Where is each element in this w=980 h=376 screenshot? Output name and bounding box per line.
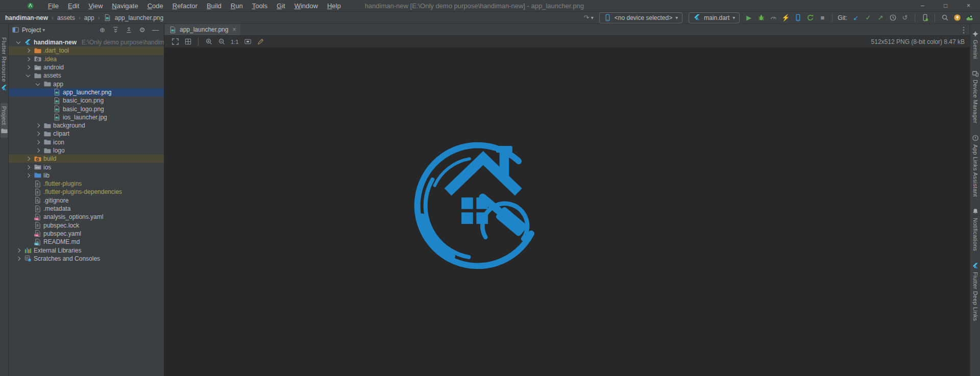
tree-expand-icon[interactable] bbox=[24, 58, 31, 61]
tree-item-dart-tool[interactable]: .dart_tool bbox=[9, 46, 164, 55]
sync-icon[interactable]: ↷ bbox=[581, 13, 592, 23]
devtools-device-button[interactable] bbox=[792, 13, 803, 23]
tree-item-android[interactable]: android bbox=[9, 63, 164, 71]
tree-item-flutter-plugins-dependencies[interactable]: .flutter-plugins-dependencies bbox=[9, 188, 164, 196]
stripe-tab-device-manager[interactable]: Device Manager bbox=[972, 68, 979, 126]
menu-code[interactable]: Code bbox=[143, 2, 168, 10]
tree-expand-icon[interactable] bbox=[15, 257, 21, 260]
avatar[interactable] bbox=[964, 13, 975, 23]
breadcrumb-item-app[interactable]: app bbox=[84, 14, 94, 21]
menu-navigate[interactable]: Navigate bbox=[107, 2, 142, 10]
tree-item-pubspec-lock[interactable]: pubspec.lock bbox=[9, 221, 164, 230]
tree-item-external-libraries[interactable]: External Libraries bbox=[9, 246, 164, 254]
tree-item-metadata[interactable]: .metadata bbox=[9, 205, 164, 213]
zoom-in-icon[interactable] bbox=[203, 37, 214, 47]
tree-item-build[interactable]: build bbox=[9, 155, 164, 163]
menu-file[interactable]: File bbox=[43, 2, 63, 10]
tree-item-icon[interactable]: icon bbox=[9, 138, 164, 146]
profiler-button[interactable] bbox=[768, 13, 779, 23]
tree-item-app[interactable]: app bbox=[9, 80, 164, 88]
hot-restart-button[interactable] bbox=[804, 13, 816, 23]
menu-build[interactable]: Build bbox=[202, 2, 226, 10]
tree-item-basic-icon-png[interactable]: basic_icon.png bbox=[9, 96, 164, 105]
tree-item-idea[interactable]: .idea bbox=[9, 55, 164, 63]
tree-item-flutter-plugins[interactable]: .flutter-plugins bbox=[9, 180, 164, 188]
grid-toggle-icon[interactable] bbox=[182, 37, 193, 47]
menu-run[interactable]: Run bbox=[226, 2, 248, 10]
tree-item-assets[interactable]: assets bbox=[9, 71, 164, 80]
chevron-down-icon[interactable]: ▾ bbox=[591, 15, 594, 20]
tree-expand-icon[interactable] bbox=[34, 124, 41, 127]
running-devices-button[interactable] bbox=[919, 13, 930, 23]
tree-item-basic-logo-png[interactable]: basic_logo.png bbox=[9, 105, 164, 113]
tree-expand-icon[interactable] bbox=[34, 149, 41, 152]
tree-item-lib[interactable]: lib bbox=[9, 171, 164, 180]
tree-expand-icon[interactable] bbox=[34, 132, 41, 135]
tree-item-readme-md[interactable]: MDREADME.md bbox=[9, 238, 164, 246]
fit-window-icon[interactable] bbox=[242, 37, 253, 47]
history-button[interactable] bbox=[887, 13, 898, 23]
tree-item-handiman-new[interactable]: handiman-newE:\Only demo purpose\handima… bbox=[9, 38, 164, 46]
tree-expand-icon[interactable] bbox=[34, 141, 41, 144]
fit-content-icon[interactable] bbox=[169, 37, 181, 47]
stop-button[interactable]: ■ bbox=[817, 13, 828, 23]
tree-expand-icon[interactable] bbox=[24, 66, 31, 69]
tab-app-launcher-png[interactable]: app_launcher.png × bbox=[164, 24, 240, 35]
hot-reload-button[interactable]: ⚡ bbox=[780, 13, 791, 23]
minimize-button[interactable]: – bbox=[911, 0, 934, 11]
menu-tools[interactable]: Tools bbox=[248, 2, 272, 10]
menu-edit[interactable]: Edit bbox=[63, 2, 84, 10]
tree-item-app-launcher-png[interactable]: app_launcher.png bbox=[9, 88, 164, 96]
settings-button[interactable]: ⚙ bbox=[137, 25, 148, 35]
menu-git[interactable]: Git bbox=[272, 2, 290, 10]
menu-view[interactable]: View bbox=[84, 2, 107, 10]
locate-file-button[interactable]: ⊕ bbox=[97, 25, 108, 35]
tree-item-clipart[interactable]: clipart bbox=[9, 130, 164, 138]
tree-item-background[interactable]: background bbox=[9, 121, 164, 130]
tab-options-icon[interactable]: ⋮ bbox=[958, 24, 970, 35]
stripe-tab-project[interactable]: Project bbox=[1, 103, 8, 138]
breadcrumb-item-handiman-new[interactable]: handiman-new bbox=[5, 14, 48, 21]
hide-panel-button[interactable]: — bbox=[150, 25, 161, 35]
collapse-all-button[interactable] bbox=[124, 25, 134, 35]
close-button[interactable]: × bbox=[957, 0, 980, 11]
menu-help[interactable]: Help bbox=[323, 2, 346, 10]
tree-item-analysis-options-yaml[interactable]: YMLanalysis_options.yaml bbox=[9, 213, 164, 221]
zoom-actual-size-button[interactable]: 1:1 bbox=[229, 39, 240, 45]
stripe-tab-notifications[interactable]: Notifications bbox=[972, 206, 979, 253]
git-push-button[interactable]: ↗ bbox=[875, 13, 886, 23]
tree-expand-icon[interactable] bbox=[24, 166, 31, 169]
stripe-tab-gemini[interactable]: Gemini bbox=[972, 28, 979, 61]
run-button[interactable]: ▶ bbox=[743, 13, 754, 23]
breadcrumb-item-app-launcher-png[interactable]: app_launcher.png bbox=[115, 14, 163, 21]
zoom-out-icon[interactable] bbox=[216, 37, 227, 47]
tree-expand-icon[interactable] bbox=[24, 174, 31, 177]
chevron-down-icon[interactable]: ▾ bbox=[42, 27, 45, 33]
stripe-tab-flutter-deep-links[interactable]: Flutter Deep Links bbox=[972, 260, 979, 323]
git-commit-button[interactable]: ✓ bbox=[863, 13, 874, 23]
tree-item-logo[interactable]: logo bbox=[9, 146, 164, 155]
debug-button[interactable] bbox=[755, 13, 767, 23]
maximize-button[interactable]: □ bbox=[934, 0, 957, 11]
run-config-selector[interactable]: main.dart ▾ bbox=[689, 12, 740, 23]
project-panel-title[interactable]: Project bbox=[22, 27, 41, 34]
update-available-button[interactable] bbox=[951, 13, 963, 23]
tree-expand-icon[interactable] bbox=[24, 157, 31, 160]
tree-item-pubspec-yaml[interactable]: YMLpubspec.yaml bbox=[9, 230, 164, 238]
tree-expand-icon[interactable] bbox=[24, 49, 31, 52]
menu-window[interactable]: Window bbox=[290, 2, 323, 10]
tree-expand-icon[interactable] bbox=[15, 249, 21, 252]
rollback-button[interactable]: ↺ bbox=[899, 13, 911, 23]
tab-close-icon[interactable]: × bbox=[232, 26, 236, 33]
tree-collapse-icon[interactable] bbox=[24, 74, 31, 77]
tree-collapse-icon[interactable] bbox=[15, 41, 21, 43]
git-update-button[interactable]: ↙ bbox=[850, 13, 862, 23]
tree-collapse-icon[interactable] bbox=[34, 83, 41, 85]
stripe-tab-flutter-resource[interactable]: Flutter Resource bbox=[1, 34, 8, 95]
breadcrumb-item-assets[interactable]: assets bbox=[57, 14, 75, 21]
search-everywhere-button[interactable] bbox=[939, 13, 950, 23]
tree-item-ios-launcher-jpg[interactable]: ios_launcher.jpg bbox=[9, 113, 164, 121]
edit-externally-icon[interactable] bbox=[255, 37, 266, 47]
tree-item-ios[interactable]: ios bbox=[9, 163, 164, 171]
stripe-tab-app-links-assistant[interactable]: App Links Assistant bbox=[972, 133, 979, 199]
